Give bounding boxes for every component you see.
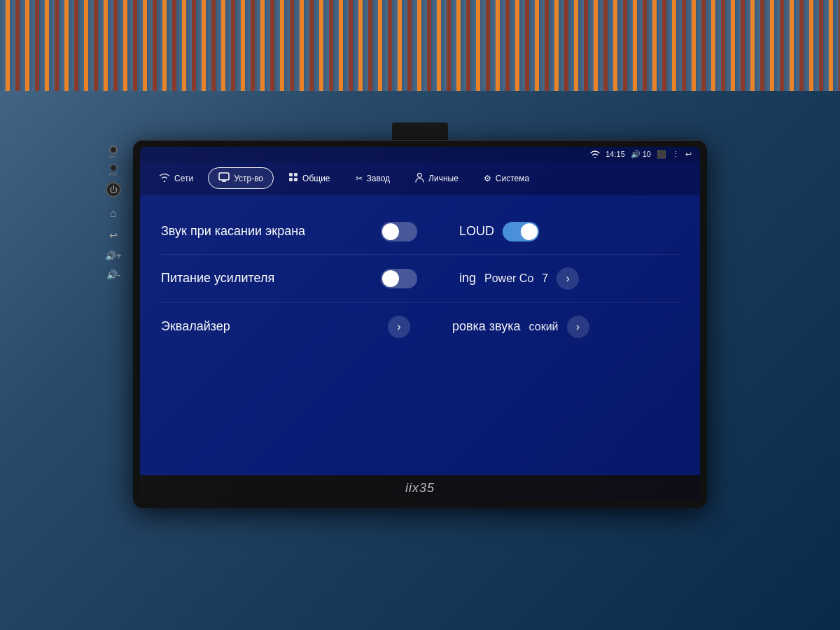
loud-label: LOUD: [459, 224, 494, 239]
amp-power-label: Питание усилителя: [161, 271, 381, 286]
sound-level-label: ровка звука: [452, 319, 521, 334]
amp-power-toggle[interactable]: [381, 269, 417, 288]
rst-label: RST: [109, 172, 118, 176]
power-control-label: ing: [459, 271, 476, 286]
wrench-tab-icon: ✂: [356, 174, 363, 183]
fabric-texture: [0, 0, 840, 91]
head-unit: MIC RST ⏻ ⌂ ↩ 🔊+ 🔊-: [133, 140, 707, 508]
vol-up-button[interactable]: 🔊+: [105, 251, 122, 261]
more-options-icon[interactable]: ⋮: [672, 150, 680, 159]
volume-icon: 🔊: [631, 150, 640, 159]
svg-rect-3: [289, 173, 293, 176]
back-button[interactable]: ↩: [109, 230, 118, 241]
tab-sistema[interactable]: ⚙ Система: [473, 169, 540, 188]
sound-level-value: сокий: [529, 321, 559, 333]
loud-section: LOUD: [431, 222, 679, 241]
gear-tab-icon: ⚙: [484, 174, 491, 183]
tab-zavod-label: Завод: [367, 174, 391, 183]
tab-ustrvo-label: Устр-во: [234, 174, 263, 183]
wifi-tab-icon: [159, 173, 170, 184]
touch-sound-label: Звук при касании экрана: [161, 224, 381, 239]
home-button[interactable]: ⌂: [110, 207, 117, 220]
tab-sistema-label: Система: [496, 174, 529, 183]
svg-rect-6: [294, 178, 298, 181]
loud-toggle[interactable]: [503, 222, 539, 241]
tab-obschie[interactable]: Общие: [278, 167, 340, 189]
loud-knob: [521, 223, 538, 240]
screen: 14:15 🔊 10 ⬛ ⋮ ↩: [140, 147, 700, 501]
svg-rect-5: [289, 178, 293, 181]
power-control-section: ing Power Co 7 ›: [431, 267, 679, 290]
power-control-num: 7: [542, 272, 548, 285]
back-nav-icon[interactable]: ↩: [685, 150, 692, 159]
power-button[interactable]: ⏻: [106, 182, 121, 197]
nav-tabs: Сети Устр-во: [140, 162, 700, 195]
time-display: 14:15: [606, 150, 625, 158]
person-tab-icon: [415, 172, 424, 185]
head-unit-wrapper: MIC RST ⏻ ⌂ ↩ 🔊+ 🔊-: [133, 122, 707, 508]
amp-power-knob: [382, 270, 399, 287]
status-bar: 14:15 🔊 10 ⬛ ⋮ ↩: [140, 147, 700, 162]
setting-row-amp-power: Питание усилителя ing Power Co 7 ›: [161, 255, 679, 303]
tab-obschie-label: Общие: [302, 174, 330, 183]
svg-rect-0: [219, 173, 229, 180]
power-control-chevron[interactable]: ›: [556, 267, 579, 290]
volume-indicator: 🔊 10: [631, 150, 651, 159]
sound-level-chevron[interactable]: ›: [567, 316, 589, 338]
power-control-value: Power Co: [484, 272, 533, 285]
monitor-tab-icon: [218, 172, 230, 184]
vol-down-button[interactable]: 🔊-: [106, 270, 120, 280]
mic-label: MIC: [109, 155, 117, 159]
tab-zavod[interactable]: ✂ Завод: [345, 169, 401, 188]
sound-level-section: ровка звука сокий ›: [424, 316, 679, 338]
rst-hole: [110, 164, 117, 172]
screen-cast-icon: ⬛: [657, 150, 666, 159]
tab-ustrvo[interactable]: Устр-во: [208, 167, 274, 189]
setting-row-equalizer: Эквалайзер › ровка звука сокий ›: [161, 303, 679, 351]
tab-seti[interactable]: Сети: [148, 168, 204, 189]
settings-content: Звук при касании экрана LOUD Питание уси…: [140, 195, 700, 475]
equalizer-label: Эквалайзер: [161, 319, 388, 334]
grid-tab-icon: [288, 172, 298, 184]
brand-name: iix35: [405, 481, 435, 496]
touch-sound-toggle[interactable]: [381, 222, 417, 241]
brand-bar: iix35: [140, 475, 700, 501]
svg-rect-4: [294, 173, 298, 176]
tab-lichnye[interactable]: Личные: [405, 167, 469, 190]
tab-lichnye-label: Личные: [428, 174, 458, 183]
svg-point-7: [418, 173, 422, 177]
equalizer-chevron[interactable]: ›: [388, 316, 410, 338]
tab-seti-label: Сети: [174, 174, 193, 183]
wifi-status: [590, 150, 600, 158]
mic-hole: [109, 146, 118, 154]
top-connector: [392, 122, 448, 140]
touch-sound-knob: [382, 223, 399, 240]
setting-row-touch-sound: Звук при касании экрана LOUD: [161, 209, 679, 255]
